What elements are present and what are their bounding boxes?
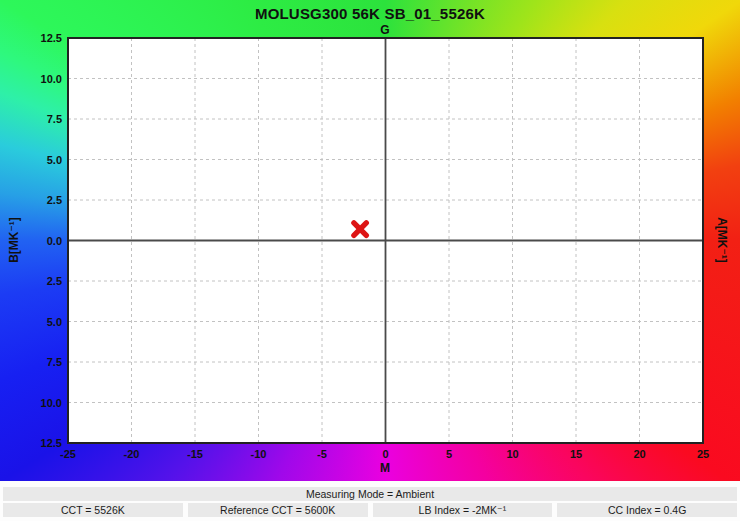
x-tick-label: -20 (110, 448, 154, 460)
x-tick-label: 0 (364, 448, 408, 460)
status-row: CCT = 5526K Reference CCT = 5600K LB Ind… (3, 503, 737, 517)
blue-axis-label: B[MK⁻¹] (7, 217, 21, 263)
magenta-axis-label: M (380, 461, 390, 475)
y-tick-label: 5.0 (0, 153, 62, 167)
x-tick-label: -10 (237, 448, 281, 460)
y-tick-label: 5.0 (0, 315, 62, 329)
x-tick-label: 25 (681, 448, 725, 460)
y-tick-label: 7.5 (0, 355, 62, 369)
status-footer: Measuring Mode = Ambient CCT = 5526K Ref… (0, 481, 740, 521)
status-cell-lb-index: LB Index = -2MK⁻¹ (373, 503, 553, 517)
y-tick-label: 7.5 (0, 112, 62, 126)
y-tick-label: 10.0 (0, 72, 62, 86)
x-tick-label: 15 (554, 448, 598, 460)
x-tick-label: 10 (491, 448, 535, 460)
x-tick-label: 20 (618, 448, 662, 460)
status-cell-reference-cct: Reference CCT = 5600K (188, 503, 368, 517)
x-tick-label: -5 (300, 448, 344, 460)
y-tick-label: 10.0 (0, 396, 62, 410)
x-tick-label: 5 (427, 448, 471, 460)
status-cell-cc-index: CC Index = 0.4G (557, 503, 737, 517)
y-tick-label: 2.5 (0, 193, 62, 207)
y-tick-label: 12.5 (0, 436, 62, 450)
color-meter-report: MOLUSG300 56K SB_01_5526K G -25-20-15-10… (0, 0, 740, 521)
y-tick-label: 12.5 (0, 31, 62, 45)
status-cell-cct: CCT = 5526K (3, 503, 183, 517)
measuring-mode-bar: Measuring Mode = Ambient (3, 487, 737, 501)
cc-lb-chart (0, 0, 740, 481)
x-tick-label: -15 (173, 448, 217, 460)
y-tick-label: 2.5 (0, 274, 62, 288)
amber-axis-label: A[MK⁻¹] (715, 217, 729, 263)
